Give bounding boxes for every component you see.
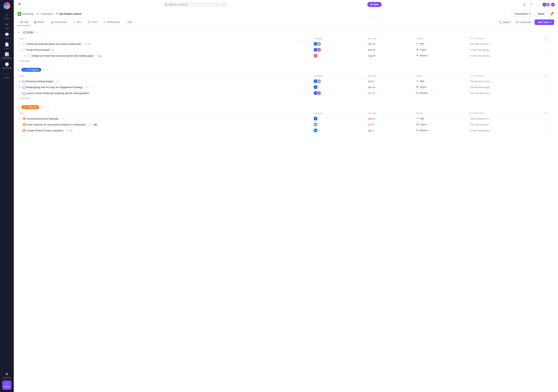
sidebar-item-spaces[interactable]: ✦ Spaces (2, 381, 11, 390)
priority-cell: ⚑Urgent (416, 123, 467, 126)
col-ai-summary: ✦ AI Summary (468, 36, 543, 41)
add-col-icon: ⊕ (545, 37, 547, 40)
col-due-date-3: Due date (366, 111, 415, 116)
row-more-button[interactable]: ··· (545, 42, 548, 45)
share-button[interactable]: Share (535, 11, 547, 17)
search-tab-button[interactable]: 🔍 Search (497, 20, 513, 25)
sidebar-item-more[interactable]: ⋯ More (2, 71, 11, 80)
ai-summary-cell: This task involves c... (468, 41, 543, 47)
row-more-button[interactable]: ··· (545, 129, 548, 132)
row-more-button[interactable]: ··· (545, 54, 548, 57)
expand-chevron[interactable]: ▼ (19, 49, 22, 51)
sidebar-item-home[interactable]: ⌂ Home (2, 11, 11, 21)
inprogress-task-table: Name Assignee Due date Priority ✦ AI Sum… (17, 73, 554, 96)
expand-chevron[interactable]: ▶ (19, 80, 22, 83)
ellipsis-icon[interactable]: ··· (83, 12, 85, 15)
col-add[interactable]: ⊕ (543, 36, 554, 41)
tab-doc[interactable]: 📄 Doc (70, 19, 84, 26)
task-name-text: Press releases for new product features … (26, 123, 86, 126)
group-todo-header[interactable]: ▼ To Do 2 ··· + (17, 29, 554, 36)
row-more-button[interactable]: ··· (545, 85, 548, 89)
workspace-label[interactable]: Marketing (23, 12, 33, 15)
group-inreview-add[interactable]: + (47, 105, 51, 109)
tab-form[interactable]: 📋 Form (85, 19, 100, 26)
notifications-button[interactable]: 🔔 (549, 11, 554, 17)
folder-label[interactable]: Campaigns (41, 12, 53, 15)
group-inprogress-more[interactable]: ··· (46, 68, 48, 71)
group-todo-add[interactable]: + (42, 30, 46, 34)
expand-chevron[interactable]: ▶ (19, 86, 22, 88)
col-name: Name (17, 36, 313, 41)
clipboard-icon-btn[interactable]: 📋 (522, 2, 527, 7)
table-row[interactable]: ▶Contracts/Invoices/Proposals⑂3≡ASep 12⚑… (17, 116, 554, 122)
ai-summary-text: In brief, the primary... (470, 55, 491, 57)
plus-icon-2: + (17, 97, 19, 100)
group-inprogress-add[interactable]: + (49, 68, 53, 72)
subtask-count: 3 (62, 117, 63, 120)
app-logo[interactable] (3, 2, 10, 9)
tab-board[interactable]: ▦ Board (32, 19, 47, 26)
group-inreview-more[interactable]: ··· (44, 106, 46, 109)
expand-chevron[interactable]: ▶ (25, 55, 27, 57)
table-row[interactable]: Create Product Screen repository⑂2≡📎GSep… (17, 128, 554, 133)
tab-add[interactable]: + Add (123, 19, 135, 26)
col-assignee-3: Assignee (313, 111, 366, 116)
assignee-avatar: A (314, 117, 318, 121)
sidebar-item-dashboards[interactable]: 📊 Dashboards (2, 51, 11, 60)
task-name-cell: Press releases for new product features … (17, 122, 313, 128)
tab-dashboard[interactable]: 📊 Dashboard (48, 19, 70, 26)
task-circle (23, 42, 26, 45)
inprogress-add-task-button[interactable]: + Add task (17, 96, 554, 100)
assignee-cell: G (313, 128, 366, 133)
assignee-avatar: B (317, 42, 321, 46)
add-task-button[interactable]: Add Task ▾ (534, 19, 554, 25)
ai-summary-text: This task involves c... (470, 123, 492, 126)
sidebar-item-chat[interactable]: 💬 Chat (2, 31, 11, 41)
table-row[interactable]: ▼Email Announcement📎ACSep 30⚑UrgentIn br… (17, 47, 554, 53)
search-bar[interactable]: 🔍 Search or Ask AI... ✦ (162, 2, 227, 7)
tab-list[interactable]: ☰ List (17, 19, 31, 26)
ai-summary-text: The primary messa... (470, 80, 491, 83)
home-icon: ⌂ (6, 13, 8, 17)
table-row[interactable]: ▶Redesigning final Ad copy for engagemen… (17, 84, 554, 90)
timer-icon-btn[interactable]: ⏱ (529, 2, 534, 7)
table-row[interactable]: Launch social media ads targeting specif… (17, 90, 554, 96)
calendar-icon-btn[interactable]: 📅 (17, 2, 22, 7)
expand-chevron[interactable]: ▶ (19, 117, 22, 120)
group-inprogress-header[interactable]: ▼ In Progress 3 ··· + (17, 66, 554, 73)
assignee-avatar: C (317, 91, 321, 95)
grid-icon-btn[interactable]: ⋮⋮ (535, 2, 541, 7)
table-row[interactable]: ▶Create promotional videos and social me… (17, 41, 554, 47)
expand-chevron[interactable]: ▶ (19, 43, 22, 45)
col-add-3[interactable]: ⊕ (543, 111, 554, 116)
badge2: @2 (93, 123, 98, 126)
sidebar-item-timesheets[interactable]: 🕐 Timesheets (2, 61, 11, 70)
priority-cell-container: ⚑Urgent (415, 122, 468, 128)
group-todo-more[interactable]: ··· (39, 31, 42, 34)
group-inreview-header[interactable]: ▼ In Review 3 ··· + (17, 104, 554, 111)
new-button[interactable]: ⊕ New (367, 2, 382, 7)
sep-1: / (35, 12, 35, 15)
table-row[interactable]: Press releases for new product features … (17, 122, 554, 128)
col-add-2[interactable]: ⊕ (543, 73, 554, 78)
table-row[interactable]: ▶Design an email blast announcing the ne… (17, 53, 554, 59)
priority-cell-container: ⚑Medium (415, 128, 468, 133)
todo-add-task-button[interactable]: + Add task (17, 59, 554, 63)
group-inreview-actions: ··· + (44, 105, 51, 109)
row-more-button[interactable]: ··· (545, 48, 548, 51)
sidebar-item-favorites[interactable]: ★ Favorites (2, 371, 11, 380)
row-more-button[interactable]: ··· (545, 117, 548, 120)
ai-icon-2: ✦ (470, 75, 471, 77)
sidebar-item-inbox[interactable]: ✉ Inbox (2, 21, 11, 31)
row-more-button[interactable]: ··· (545, 80, 548, 83)
row-more-button[interactable]: ··· (545, 123, 548, 126)
subtask-count: 3 (86, 86, 87, 88)
tab-whiteboard[interactable]: ✏ Whiteboard (101, 19, 122, 26)
current-user-avatar[interactable]: U (551, 2, 555, 7)
row-more-button[interactable]: ··· (545, 91, 548, 95)
search-placeholder: Search or Ask AI... (169, 3, 189, 6)
table-row[interactable]: ▶Revamp existing badges⑂3≡ABSep 6⚑HighTh… (17, 78, 554, 84)
sidebar-item-docs[interactable]: 📄 Docs (2, 41, 11, 50)
customize-button[interactable]: ⚙ Customize (514, 20, 533, 25)
automations-button[interactable]: Automations ▾ (511, 11, 533, 17)
